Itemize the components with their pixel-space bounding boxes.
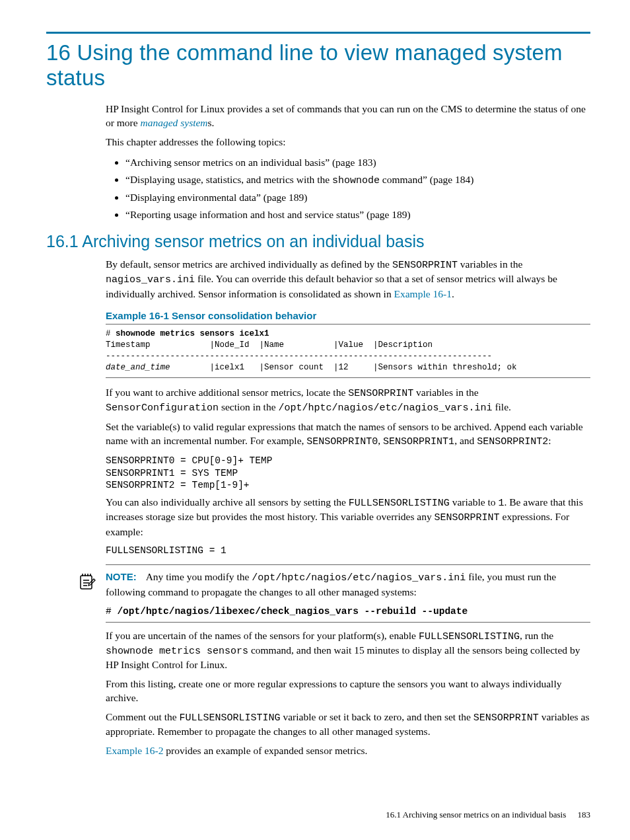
an3c2: SENSORPRINT [473, 712, 539, 724]
ae1a: If you want to archive additional sensor… [106, 387, 348, 398]
note-cmd-prompt: # [106, 606, 117, 617]
an1c2: shownode metrics sensors [106, 646, 248, 657]
sensorprint-code: SENSORPRINT0 = CPU[0-9]+ TEMP SENSORPRIN… [106, 455, 590, 492]
chapter-top-rule [46, 32, 590, 34]
footer-section: 16.1 Archiving sensor metrics on an indi… [386, 810, 566, 820]
an1c1: FULLSENSORLISTING [419, 631, 520, 642]
note-text: NOTE:Any time you modify the /opt/hptc/n… [106, 570, 590, 599]
topic-link-3[interactable]: “Displaying environmental data” (page 18… [125, 190, 590, 206]
after-note-p1: If you are uncertain of the names of the… [106, 629, 590, 672]
an1a: If you are uncertain of the names of the… [106, 630, 419, 641]
sp1c1: SENSORPRINT [392, 260, 458, 271]
intro-text-end: s. [208, 117, 215, 128]
ae3c1: FULLSENSORLISTING [349, 498, 450, 509]
topic-link-4[interactable]: “Reporting usage information and host an… [125, 207, 590, 223]
sp1c2: nagios_vars.ini [106, 274, 195, 286]
ae1d: file. [493, 401, 511, 412]
ae1c2: SensorConfiguration [106, 402, 219, 414]
ex-cmd: shownode metrics sensors icelx1 [116, 329, 269, 338]
example-top-rule [106, 324, 590, 325]
section-title: 16.1 Archiving sensor metrics on an indi… [46, 232, 590, 251]
an4b: provides an example of expanded sensor m… [163, 745, 367, 756]
ae1c3: /opt/hptc/nagios/etc/nagios_vars.ini [278, 402, 492, 414]
footer-page-number: 183 [578, 810, 591, 820]
note-label: NOTE: [106, 571, 137, 582]
nt1c: /opt/hptc/nagios/etc/nagios_vars.ini [252, 572, 466, 584]
sp1b: variables in the [458, 258, 523, 270]
t2code: shownode [332, 175, 380, 186]
topics-list: “Archiving sensor metrics on an individu… [106, 155, 590, 223]
sp1d: . [452, 288, 454, 299]
after-ex-p2: Set the variable(s) to valid regular exp… [106, 420, 590, 449]
topic-link-1[interactable]: “Archiving sensor metrics on an individu… [125, 155, 590, 171]
intro-paragraph-1: HP Insight Control for Linux provides a … [106, 102, 590, 130]
after-note-p3: Comment out the FULLSENSORLISTING variab… [106, 710, 590, 739]
example-bottom-rule [106, 377, 590, 378]
ex-rest: |icelx1 |Sensor count |12 |Sensors withi… [170, 363, 517, 372]
ae2c1: SENSORPRINT0 [306, 436, 378, 447]
example-16-1-link[interactable]: Example 16-1 [394, 288, 452, 299]
ae2c: , and [454, 435, 477, 446]
intro-paragraph-2: This chapter addresses the following top… [106, 135, 590, 149]
ae3b: variable to [450, 496, 499, 508]
ex-sep: ----------------------------------------… [106, 352, 492, 361]
note-command: # /opt/hptc/nagios/libexec/check_nagios_… [106, 606, 590, 617]
after-note-p2: From this listing, create one or more re… [106, 677, 590, 705]
page-footer: 16.1 Archiving sensor metrics on an indi… [386, 810, 590, 820]
t2b: command” (page 184) [380, 174, 473, 185]
example-title: Example 16-1 Sensor consolidation behavi… [106, 310, 590, 321]
ae3a: You can also individually archive all se… [106, 496, 349, 508]
chapter-title: 16 Using the command line to view manage… [46, 40, 590, 91]
ae2c3: SENSORPRINT2 [477, 436, 548, 447]
ae3c3: SENSORPRINT [435, 512, 500, 523]
an3a: Comment out the [106, 711, 180, 722]
note-block: NOTE:Any time you modify the /opt/hptc/n… [106, 564, 590, 622]
an3c1: FULLSENSORLISTING [180, 712, 281, 724]
sp1a: By default, sensor metrics are archived … [106, 258, 392, 270]
example-code: # shownode metrics sensors icelx1 Timest… [106, 328, 590, 373]
after-note-p4: Example 16-2 provides an example of expa… [106, 744, 590, 758]
ae2c2: SENSORPRINT1 [383, 436, 454, 447]
managed-system-link[interactable]: managed system [141, 117, 208, 128]
ex-header: Timestamp |Node_Id |Name |Value |Descrip… [106, 340, 433, 350]
ex-prompt: # [106, 329, 116, 338]
section-paragraph-1: By default, sensor metrics are archived … [106, 258, 590, 301]
after-ex-p3: You can also individually archive all se… [106, 496, 590, 539]
nt1a: Any time you modify the [146, 571, 252, 582]
ae1b: variables in the [413, 387, 479, 398]
topic-link-2[interactable]: “Displaying usage, statistics, and metri… [125, 172, 590, 188]
ae2b: , [378, 435, 383, 446]
ex-ts: date_and_time [106, 363, 170, 372]
ae1c1: SENSORPRINT [348, 388, 413, 399]
note-top-rule [106, 564, 590, 565]
ae1c: section in the [219, 401, 278, 412]
after-ex-p1: If you want to archive additional sensor… [106, 386, 590, 416]
example-16-2-link[interactable]: Example 16-2 [106, 745, 163, 756]
an1b: , run the [520, 630, 553, 641]
t2a: “Displaying usage, statistics, and metri… [125, 174, 332, 185]
note-cmd-text: /opt/hptc/nagios/libexec/check_nagios_va… [117, 606, 468, 617]
note-bottom-rule [106, 622, 590, 623]
note-icon [78, 572, 96, 593]
ae2d: : [548, 435, 551, 446]
fullsensor-code: FULLSENSORLISTING = 1 [106, 545, 590, 557]
an3b: variable or set it back to zero, and the… [281, 711, 473, 722]
